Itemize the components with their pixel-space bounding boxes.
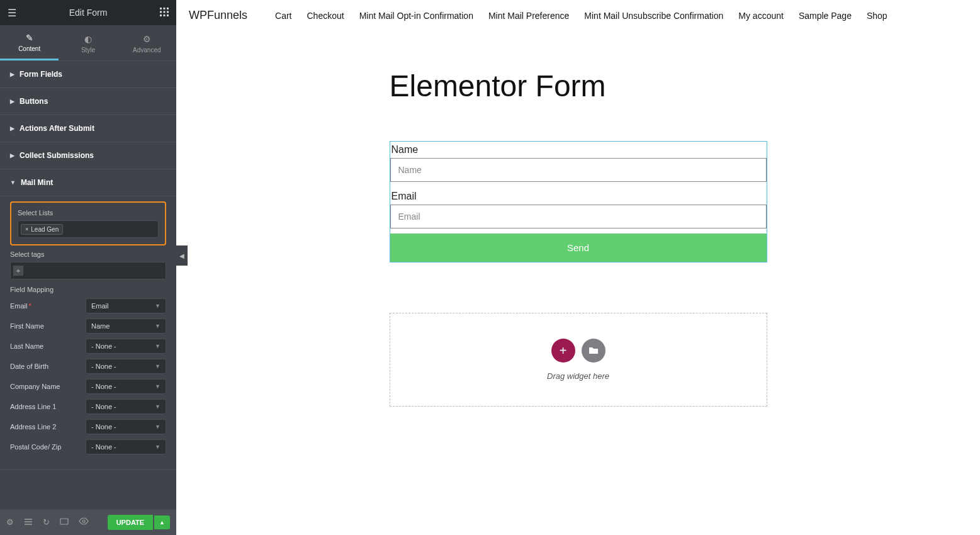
- collapse-sidebar-handle[interactable]: ◀: [176, 245, 188, 266]
- accordion-collect[interactable]: ▶Collect Submissions: [0, 142, 176, 169]
- map-select[interactable]: - None -▼: [86, 399, 166, 414]
- gear-icon: ⚙: [143, 34, 151, 44]
- nav-link[interactable]: Sample Page: [799, 11, 852, 21]
- field-mapping-label: Field Mapping: [10, 286, 166, 293]
- panel-scroll[interactable]: ▶Form Fields ▶Buttons ▶Actions After Sub…: [0, 60, 176, 510]
- svg-rect-0: [160, 8, 162, 9]
- apps-icon[interactable]: [160, 8, 169, 18]
- site-brand[interactable]: WPFunnels: [189, 9, 247, 22]
- editor-tabs: ✎ Content ◐ Style ⚙ Advanced: [0, 25, 176, 60]
- map-label: First Name: [10, 322, 86, 330]
- drop-zone[interactable]: + Drag widget here: [390, 313, 767, 407]
- select-tags-input[interactable]: +: [10, 262, 166, 279]
- svg-rect-5: [167, 11, 169, 13]
- form-widget[interactable]: Name Email Send: [390, 141, 767, 262]
- accordion-actions[interactable]: ▶Actions After Submit: [0, 115, 176, 142]
- map-row: Date of Birth - None -▼: [10, 359, 166, 374]
- nav-link[interactable]: Mint Mail Preference: [488, 11, 569, 21]
- submit-button[interactable]: Send: [390, 234, 767, 262]
- history-icon[interactable]: ↻: [43, 517, 50, 528]
- caret-right-icon: ▶: [10, 98, 14, 104]
- caret-down-icon: ▼: [155, 303, 161, 309]
- caret-down-icon: ▼: [155, 383, 161, 390]
- caret-down-icon: ▼: [155, 323, 161, 329]
- update-button[interactable]: UPDATE: [108, 515, 153, 530]
- svg-rect-1: [164, 8, 166, 9]
- caret-down-icon: ▼: [155, 444, 161, 450]
- list-tag-chip[interactable]: ×Lead Gen: [21, 224, 63, 235]
- caret-down-icon: ▼: [155, 403, 161, 410]
- caret-right-icon: ▶: [10, 152, 14, 159]
- svg-rect-7: [164, 14, 166, 16]
- caret-down-icon: ▼: [10, 179, 16, 186]
- map-row: Last Name - None -▼: [10, 339, 166, 354]
- nav-link[interactable]: My account: [738, 11, 784, 21]
- select-tags-label: Select tags: [10, 251, 166, 258]
- map-label: Postal Code/ Zip: [10, 443, 86, 451]
- map-row: First Name Name▼: [10, 318, 166, 334]
- map-select[interactable]: - None -▼: [86, 339, 166, 354]
- name-input[interactable]: [390, 158, 767, 182]
- map-label: Date of Birth: [10, 363, 86, 370]
- accordion-form-fields[interactable]: ▶Form Fields: [0, 61, 176, 88]
- preview-icon[interactable]: [79, 517, 89, 528]
- editor-sidebar: ☰ Edit Form ✎ Content ◐ Style ⚙ Advanced…: [0, 0, 176, 535]
- responsive-icon[interactable]: [60, 517, 69, 528]
- footer-icons: ⚙ ↻: [6, 517, 89, 528]
- add-section-button[interactable]: +: [551, 339, 575, 363]
- style-icon: ◐: [84, 34, 92, 44]
- mailmint-panel: Select Lists ×Lead Gen Select tags + Fie…: [0, 196, 176, 470]
- remove-tag-icon[interactable]: ×: [25, 226, 28, 232]
- nav-link[interactable]: Mint Mail Unsubscribe Confirmation: [584, 11, 723, 21]
- map-label: Last Name: [10, 342, 86, 350]
- sidebar-title: Edit Form: [69, 8, 108, 18]
- map-label: Address Line 1: [10, 403, 86, 410]
- email-input[interactable]: [390, 205, 767, 228]
- map-select[interactable]: - None -▼: [86, 419, 166, 434]
- template-button[interactable]: [582, 339, 605, 363]
- select-lists-input[interactable]: ×Lead Gen: [18, 220, 159, 238]
- accordion-mailmint[interactable]: ▼Mail Mint: [0, 169, 176, 196]
- tab-style[interactable]: ◐ Style: [59, 25, 117, 60]
- sidebar-footer: ⚙ ↻ UPDATE ▲: [0, 510, 176, 535]
- caret-down-icon: ▼: [155, 363, 161, 369]
- map-select[interactable]: - None -▼: [86, 439, 166, 454]
- page-title: Elementor Form: [390, 69, 767, 103]
- name-label: Name: [390, 142, 767, 158]
- tab-content[interactable]: ✎ Content: [0, 25, 59, 60]
- svg-rect-4: [164, 11, 166, 13]
- email-label: Email: [390, 188, 767, 205]
- select-lists-highlight: Select Lists ×Lead Gen: [10, 201, 166, 245]
- nav-link[interactable]: Cart: [275, 11, 291, 21]
- sidebar-header: ☰ Edit Form: [0, 0, 176, 25]
- map-row: Address Line 1 - None -▼: [10, 399, 166, 414]
- svg-rect-6: [160, 14, 162, 16]
- pencil-icon: ✎: [26, 33, 33, 43]
- map-select[interactable]: Email▼: [86, 298, 166, 313]
- svg-rect-8: [167, 14, 169, 16]
- update-dropdown[interactable]: ▲: [154, 515, 170, 529]
- map-select[interactable]: - None -▼: [86, 379, 166, 394]
- caret-down-icon: ▼: [155, 343, 161, 349]
- svg-point-10: [82, 520, 85, 522]
- svg-rect-2: [167, 8, 169, 9]
- nav-link[interactable]: Mint Mail Opt-in Confirmation: [359, 11, 473, 21]
- tab-advanced[interactable]: ⚙ Advanced: [118, 25, 176, 60]
- hamburger-icon[interactable]: ☰: [8, 7, 16, 19]
- nav-link[interactable]: Checkout: [307, 11, 344, 21]
- map-select[interactable]: - None -▼: [86, 359, 166, 374]
- caret-right-icon: ▶: [10, 71, 14, 77]
- caret-down-icon: ▼: [155, 424, 161, 430]
- svg-rect-9: [60, 519, 68, 524]
- map-label: Email*: [10, 302, 86, 310]
- map-select[interactable]: Name▼: [86, 318, 166, 334]
- add-tag-icon[interactable]: +: [13, 266, 23, 276]
- settings-icon[interactable]: ⚙: [6, 517, 14, 528]
- nav-link[interactable]: Shop: [867, 11, 887, 21]
- accordion-buttons[interactable]: ▶Buttons: [0, 88, 176, 115]
- caret-right-icon: ▶: [10, 125, 14, 132]
- navigator-icon[interactable]: [24, 517, 33, 528]
- map-row: Address Line 2 - None -▼: [10, 419, 166, 434]
- preview-area: WPFunnels CartCheckoutMint Mail Opt-in C…: [176, 0, 980, 535]
- site-nav: WPFunnels CartCheckoutMint Mail Opt-in C…: [176, 0, 980, 31]
